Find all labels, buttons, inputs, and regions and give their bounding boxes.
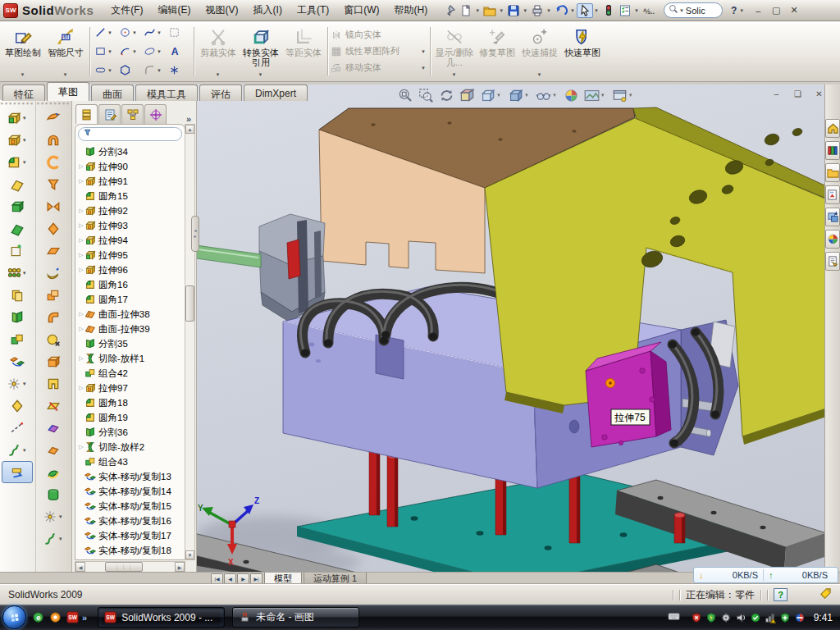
move-entities-button-dropdown-icon[interactable]: ▼ <box>421 66 426 71</box>
circle-tool-dropdown-icon[interactable]: ▼ <box>132 30 137 35</box>
menu-insert[interactable]: 插入(I) <box>246 0 290 21</box>
tree-item[interactable]: ▷拉伸92 <box>75 203 185 218</box>
next-frame-button[interactable]: ▶ <box>237 573 249 584</box>
smart-dimension-button-dropdown-icon[interactable]: ▼ <box>63 70 68 80</box>
tree-filter-box[interactable] <box>78 127 182 141</box>
surfaces-plateO-button[interactable] <box>38 240 69 262</box>
solidworks-resources-tab[interactable] <box>825 119 840 138</box>
tree-item[interactable]: 实体-移动/复制15 <box>75 499 185 514</box>
new-document-button-dropdown-icon[interactable]: ▼ <box>475 8 480 13</box>
features-fillet-dropdown-icon[interactable]: ▼ <box>22 160 27 165</box>
ime-indicator[interactable]: ⅍.. <box>641 2 657 19</box>
surfaces-banana-button[interactable] <box>38 262 69 284</box>
features-wedgeG-button[interactable] <box>2 217 33 240</box>
surfaces-stackO-button[interactable] <box>38 284 69 306</box>
features-boxstar-button[interactable]: * <box>2 240 33 262</box>
circle-tool[interactable]: ▼ <box>117 23 142 42</box>
surfaces-diamondO-button[interactable] <box>38 217 69 240</box>
tree-item[interactable]: ▷曲面-拉伸39 <box>75 322 185 336</box>
polygon-tool[interactable] <box>117 61 142 80</box>
surfaces-cO-button[interactable] <box>38 151 69 173</box>
tree-expander-icon[interactable]: ▷ <box>78 385 84 391</box>
options-checklist-button[interactable] <box>617 2 633 19</box>
quick-tips-help-button[interactable]: ? <box>774 588 788 601</box>
propertymanager-tab[interactable] <box>98 104 121 124</box>
model-tab[interactable]: 模型 <box>264 573 302 584</box>
undo-button[interactable] <box>553 2 569 19</box>
save-button[interactable] <box>505 2 522 19</box>
sketch-button-dropdown-icon[interactable]: ▼ <box>21 70 25 80</box>
surfaces-stardot-button[interactable]: ▼ <box>38 505 69 527</box>
tree-item[interactable]: ▷切除-放样1 <box>75 351 185 366</box>
menu-help[interactable]: 帮助(H) <box>387 0 436 21</box>
features-pagesY-button[interactable] <box>2 284 33 306</box>
tag-icon[interactable] <box>819 587 832 602</box>
tree-item[interactable]: ▷拉伸94 <box>75 233 185 248</box>
surfaces-snake-button[interactable]: ▼ <box>38 527 69 550</box>
taskbar-solidworks-button[interactable]: SWSolidWorks 2009 - ... <box>98 607 225 628</box>
tree-item[interactable]: 分割34 <box>75 144 185 159</box>
tree-expander-icon[interactable]: ▷ <box>78 222 84 229</box>
features-boss-button[interactable]: ▼ <box>2 107 33 129</box>
open-button[interactable] <box>482 2 498 19</box>
tree-item[interactable]: ▷切除-放样2 <box>75 440 185 454</box>
options-checklist-button-dropdown-icon[interactable]: ▼ <box>634 8 639 13</box>
surfaces-elbowO-button[interactable] <box>38 306 69 328</box>
tray-plusG-icon[interactable] <box>779 612 791 623</box>
tree-expander-icon[interactable]: ▷ <box>78 163 84 170</box>
tab-evaluate[interactable]: 评估 <box>199 84 242 101</box>
line-tool-dropdown-icon[interactable]: ▼ <box>107 30 112 35</box>
window-restore-button[interactable]: ▢ <box>767 3 785 18</box>
tree-expander-icon[interactable]: ▷ <box>78 444 84 450</box>
features-dashline-button[interactable] <box>2 417 33 439</box>
tray-shieldGreen-icon[interactable] <box>705 612 717 623</box>
scroll-down-arrow[interactable]: ▼ <box>185 550 194 559</box>
smart-dimension-button[interactable]: 60智能尺寸▼ <box>44 23 87 80</box>
rectangle-tool-dropdown-icon[interactable]: ▼ <box>107 49 112 54</box>
surfaces-boxO-button[interactable] <box>38 350 69 372</box>
surfaces-arrowX-button[interactable] <box>38 395 69 417</box>
surfaces-flagP-button[interactable] <box>38 417 69 439</box>
tree-item[interactable]: 分割36 <box>75 425 185 440</box>
start-button[interactable] <box>2 605 26 629</box>
tree-item[interactable]: 分割35 <box>75 336 185 351</box>
tree-item[interactable]: 圆角17 <box>75 292 185 307</box>
tab-sketch[interactable]: 草图 <box>47 82 89 101</box>
motion-study-tab[interactable]: 运动算例 1 <box>304 573 367 584</box>
interference-lights-button[interactable] <box>600 2 617 19</box>
features-boss-dropdown-icon[interactable]: ▼ <box>22 116 27 121</box>
window-close-button[interactable]: ✕ <box>785 3 803 18</box>
configurationmanager-tab[interactable] <box>121 104 144 124</box>
surfaces-stardot-dropdown-icon[interactable]: ▼ <box>58 514 63 519</box>
file-explorer-tab[interactable] <box>825 163 840 182</box>
search-dropdown-icon[interactable]: ▼ <box>679 8 684 13</box>
undo-button-dropdown-icon[interactable]: ▼ <box>570 8 575 13</box>
document-minimize-button[interactable]: – <box>769 88 783 99</box>
tree-item[interactable]: 组合42 <box>75 366 185 381</box>
tree-item[interactable]: 圆角18 <box>75 395 185 410</box>
menu-edit[interactable]: 编辑(E) <box>151 0 199 21</box>
surfaces-wingO-button[interactable] <box>38 107 69 129</box>
tree-expander-icon[interactable]: ▷ <box>78 326 84 332</box>
search-input[interactable] <box>686 6 719 16</box>
features-split-button[interactable] <box>2 306 33 328</box>
features-grip[interactable]: ▪▪▪▪▪▪▪▪ <box>0 101 34 107</box>
scenes-tab[interactable] <box>825 230 840 249</box>
features-diamondY-button[interactable] <box>2 395 33 417</box>
previous-frame-button[interactable]: ◀ <box>224 573 236 584</box>
convert-entities-button[interactable]: 转换实体引用▼ <box>240 23 282 80</box>
surfaces-flagO-button[interactable] <box>38 439 69 461</box>
tray-shieldRed-icon[interactable] <box>691 612 702 623</box>
tree-expander-icon[interactable]: ▷ <box>78 237 84 244</box>
scroll-right-arrow[interactable]: ▶ <box>175 562 185 572</box>
spline-tool[interactable]: ▼ <box>142 23 167 42</box>
scroll-left-arrow[interactable]: ◀ <box>75 562 85 572</box>
tree-item[interactable]: ▷拉伸91 <box>75 174 185 189</box>
tree-item[interactable]: 实体-移动/复制14 <box>75 484 185 499</box>
tree-item[interactable]: 实体-移动/复制13 <box>75 469 185 484</box>
spline-tool-dropdown-icon[interactable]: ▼ <box>157 30 162 35</box>
tree-item[interactable]: 实体-移动/复制16 <box>75 514 185 528</box>
tree-item[interactable]: 圆角15 <box>75 189 185 203</box>
select-tool-button-dropdown-icon[interactable]: ▼ <box>594 8 599 13</box>
sketch-fillet-tool-dropdown-icon[interactable]: ▼ <box>157 68 162 73</box>
